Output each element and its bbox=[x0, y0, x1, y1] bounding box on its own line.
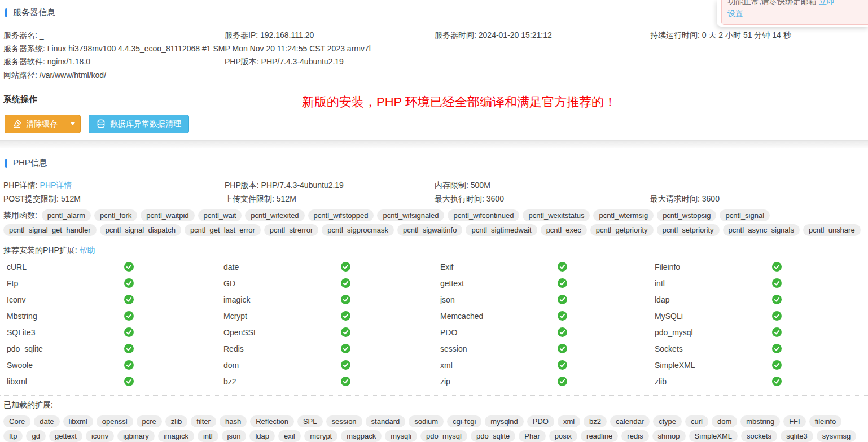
annotation-text: 新版的安装，PHP 环境已经全部编译和满足官方推荐的！ bbox=[302, 94, 616, 111]
loaded-extension-tag: mbstring bbox=[740, 415, 780, 427]
disabled-function-tag: pcntl_wtermsig bbox=[593, 209, 654, 221]
check-success-icon bbox=[341, 278, 350, 288]
extension-item: gettext bbox=[440, 275, 655, 291]
extension-name: libxml bbox=[7, 377, 124, 386]
disabled-function-tag: pcntl_waitpid bbox=[141, 209, 194, 221]
disabled-function-tag: pcntl_sigtimedwait bbox=[466, 224, 537, 236]
extension-item: GD bbox=[223, 275, 440, 291]
php-detail-link[interactable]: PHP详情 bbox=[40, 181, 72, 190]
extension-name: SQLite3 bbox=[7, 328, 124, 337]
extension-item: SimpleXML bbox=[655, 357, 868, 373]
extension-name: Exif bbox=[440, 262, 558, 272]
extension-name: Mcrypt bbox=[223, 312, 341, 321]
server-info-grid: 服务器名: _ 服务器IP: 192.168.111.20 服务器时间: 202… bbox=[0, 23, 868, 82]
upload-limit-field: 上传文件限制: 512M bbox=[225, 192, 435, 206]
php-version-field: PHP版本: PHP/7.4.3-4ubuntu2.19 bbox=[225, 179, 435, 192]
max-request-field: 最大请求时间: 3600 bbox=[650, 192, 868, 206]
check-success-icon bbox=[124, 295, 134, 304]
loaded-extension-tag: gd bbox=[26, 430, 45, 442]
extension-item: PDO bbox=[440, 324, 655, 340]
php-detail-field: PHP详情: PHP详情 bbox=[3, 179, 225, 192]
bind-now-link[interactable]: 立即 bbox=[819, 0, 835, 6]
loaded-extension-tag: Core bbox=[3, 415, 30, 427]
check-success-icon bbox=[124, 262, 134, 272]
clear-cache-icon bbox=[12, 119, 22, 129]
check-success-icon bbox=[772, 327, 782, 337]
section-title: 服务器信息 bbox=[13, 7, 55, 18]
loaded-extension-tag: redis bbox=[621, 430, 648, 442]
disabled-function-tag: pcntl_wstopsig bbox=[657, 209, 716, 221]
loaded-extension-tag: zlib bbox=[165, 415, 188, 427]
check-success-icon bbox=[124, 311, 134, 321]
check-success-icon bbox=[558, 360, 567, 370]
php-version-field: PHP版本: PHP/7.4.3-4ubuntu2.19 bbox=[225, 55, 435, 69]
max-exec-field: 最大执行时间: 3600 bbox=[435, 192, 650, 206]
help-link[interactable]: 帮助 bbox=[80, 246, 95, 255]
extension-name: Swoole bbox=[7, 361, 124, 370]
check-success-icon bbox=[558, 377, 567, 386]
extension-item: cURL bbox=[7, 259, 223, 275]
loaded-ext-label: 已加载的扩展: bbox=[0, 396, 868, 412]
extension-name: Fileinfo bbox=[655, 262, 772, 272]
db-clean-button[interactable]: 数据库异常数据清理 bbox=[89, 115, 189, 133]
loaded-extension-tag: date bbox=[34, 415, 59, 427]
extension-item: xml bbox=[440, 357, 655, 373]
loaded-extension-tag: SPL bbox=[297, 415, 323, 427]
loaded-extension-tag: curl bbox=[685, 415, 708, 427]
loaded-extension-tag: mcrypt bbox=[304, 430, 337, 442]
clear-cache-button[interactable]: 清除缓存 bbox=[5, 119, 65, 129]
disabled-functions-label: 禁用函数: bbox=[3, 211, 37, 220]
disabled-function-tag: pcntl_signal_get_handler bbox=[3, 224, 97, 236]
loaded-extension-tag: pdo_sqlite bbox=[471, 430, 515, 442]
loaded-extension-tag: standard bbox=[366, 415, 406, 427]
check-success-icon bbox=[341, 327, 350, 337]
extension-name: imagick bbox=[223, 295, 341, 304]
extension-item: pdo_mysql bbox=[655, 324, 868, 340]
loaded-extension-tag: SimpleXML bbox=[689, 430, 738, 442]
extension-name: Memcached bbox=[440, 312, 558, 321]
server-uptime-field: 持续运行时间: 0 天 2 小时 51 分钟 14 秒 bbox=[650, 29, 868, 42]
recommended-ext-line: 推荐安装的PHP扩展: 帮助 bbox=[0, 238, 868, 259]
check-success-icon bbox=[772, 377, 782, 386]
disabled-function-tag: pcntl_wait bbox=[198, 209, 242, 221]
extension-item: intl bbox=[655, 275, 868, 291]
extension-item: date bbox=[223, 259, 440, 275]
extension-name: cURL bbox=[7, 262, 124, 272]
extension-name: xml bbox=[440, 361, 558, 370]
extension-name: SimpleXML bbox=[655, 361, 772, 370]
extension-grid: cURL date bbox=[0, 259, 868, 390]
php-info-section: PHP信息 PHP详情: PHP详情 PHP版本: PHP/7.4.3-4ubu… bbox=[0, 148, 868, 442]
check-success-icon bbox=[558, 327, 567, 337]
disabled-function-tag: pcntl_sigprocmask bbox=[322, 224, 394, 236]
section-title: PHP信息 bbox=[13, 157, 47, 168]
check-success-icon bbox=[558, 278, 567, 288]
disabled-function-tag: pcntl_getpriority bbox=[590, 224, 654, 236]
extension-item: imagick bbox=[223, 291, 440, 308]
check-success-icon bbox=[558, 344, 567, 353]
extension-item: Fileinfo bbox=[655, 259, 868, 275]
clear-cache-split-button[interactable]: 清除缓存 bbox=[5, 115, 81, 133]
extension-name: json bbox=[440, 295, 558, 304]
extension-item: zlib bbox=[655, 373, 868, 390]
disabled-function-tag: pcntl_signal bbox=[720, 209, 770, 221]
disabled-function-tag: pcntl_setpriority bbox=[657, 224, 720, 236]
loaded-extension-tag: shmop bbox=[652, 430, 686, 442]
settings-link[interactable]: 设置 bbox=[727, 9, 743, 18]
check-success-icon bbox=[772, 311, 782, 321]
loaded-extension-tag: PDO bbox=[527, 415, 554, 427]
loaded-extension-tag: dom bbox=[712, 415, 737, 427]
extension-item: ldap bbox=[655, 291, 868, 308]
extension-name: MySQLi bbox=[655, 312, 772, 321]
loaded-extension-tag: ldap bbox=[249, 430, 275, 442]
loaded-extension-tag: mysqli bbox=[385, 430, 417, 442]
loaded-extension-tag: pcre bbox=[137, 415, 162, 427]
section-separator bbox=[0, 140, 868, 148]
alert-clipped-line: 功能正常,请尽快绑定邮箱 立即 bbox=[727, 0, 868, 7]
loaded-extension-tag: xml bbox=[558, 415, 580, 427]
extension-name: bz2 bbox=[223, 377, 341, 386]
check-success-icon bbox=[124, 360, 134, 370]
clear-cache-dropdown-toggle[interactable] bbox=[65, 115, 80, 133]
disabled-function-tag: pcntl_wifcontinued bbox=[448, 209, 519, 221]
check-success-icon bbox=[772, 344, 782, 353]
loaded-extension-tag: posix bbox=[549, 430, 577, 442]
